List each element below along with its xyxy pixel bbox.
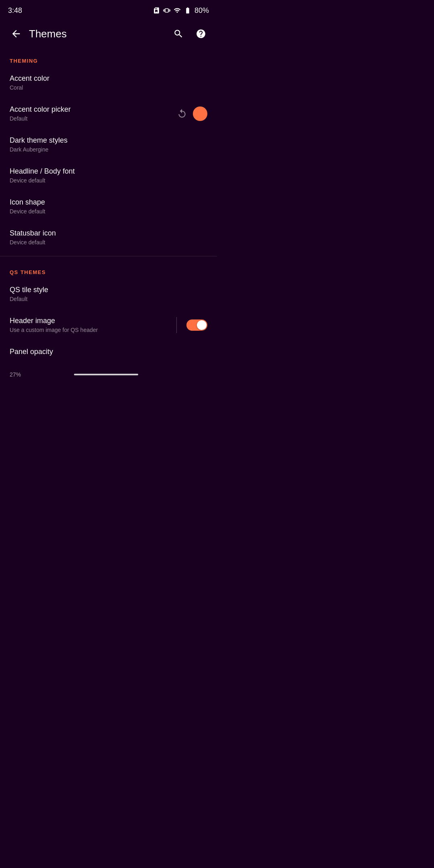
header-image-subtitle: Use a custom image for QS header [10, 327, 176, 333]
bottom-bar: 27% [0, 368, 217, 384]
accent-color-swatch[interactable] [193, 106, 207, 121]
dark-theme-styles-subtitle: Dark Aubergine [10, 146, 207, 153]
status-bar: 3:48 80% [0, 0, 217, 19]
statusbar-icon-subtitle: Device default [10, 239, 207, 246]
dark-theme-styles-text: Dark theme styles Dark Aubergine [10, 136, 207, 153]
accent-color-picker-subtitle: Default [10, 115, 176, 122]
icon-shape-subtitle: Device default [10, 208, 207, 215]
headline-body-font-text: Headline / Body font Device default [10, 167, 207, 184]
icon-shape-item[interactable]: Icon shape Device default [0, 191, 217, 222]
panel-opacity-text: Panel opacity [10, 348, 207, 358]
qs-themes-section-header: QS THEMES [0, 260, 217, 278]
qs-tile-style-item[interactable]: QS tile style Default [0, 278, 217, 309]
status-icons: 80% [153, 6, 209, 15]
sim-icon [153, 7, 160, 14]
vibrate-icon [163, 7, 170, 14]
statusbar-icon-title: Statusbar icon [10, 229, 207, 237]
wifi-icon [174, 7, 181, 14]
dark-theme-styles-title: Dark theme styles [10, 136, 207, 145]
panel-opacity-item[interactable]: Panel opacity [0, 340, 217, 365]
header-image-toggle[interactable] [186, 319, 207, 331]
headline-body-font-title: Headline / Body font [10, 167, 207, 176]
header-image-title: Header image [10, 317, 176, 325]
headline-body-font-subtitle: Device default [10, 177, 207, 184]
header-image-controls [176, 317, 207, 333]
header-image-text: Header image Use a custom image for QS h… [10, 317, 176, 333]
app-bar: Themes [0, 19, 217, 48]
app-bar-actions [169, 24, 211, 43]
accent-color-text: Accent color Coral [10, 74, 207, 91]
header-image-item[interactable]: Header image Use a custom image for QS h… [0, 309, 217, 340]
accent-color-picker-controls [176, 106, 207, 121]
headline-body-font-item[interactable]: Headline / Body font Device default [0, 160, 217, 191]
statusbar-icon-text: Statusbar icon Device default [10, 229, 207, 246]
status-time: 3:48 [8, 6, 22, 15]
section-divider [0, 256, 217, 256]
icon-shape-text: Icon shape Device default [10, 198, 207, 215]
bottom-percent: 27% [10, 371, 21, 378]
search-button[interactable] [169, 24, 188, 43]
accent-color-title: Accent color [10, 74, 207, 83]
reset-icon[interactable] [176, 108, 188, 120]
accent-color-subtitle: Coral [10, 84, 207, 91]
icon-shape-title: Icon shape [10, 198, 207, 207]
battery-icon [184, 7, 191, 14]
back-button[interactable] [6, 24, 26, 43]
page-title: Themes [29, 28, 169, 40]
help-button[interactable] [191, 24, 211, 43]
bottom-indicator [74, 374, 138, 375]
accent-color-picker-title: Accent color picker [10, 105, 176, 114]
accent-color-picker-item[interactable]: Accent color picker Default [0, 98, 217, 129]
theming-section-header: THEMING [0, 48, 217, 67]
statusbar-icon-item[interactable]: Statusbar icon Device default [0, 222, 217, 253]
toggle-divider [176, 317, 177, 333]
qs-tile-style-subtitle: Default [10, 296, 207, 302]
qs-tile-style-text: QS tile style Default [10, 286, 207, 302]
battery-percent: 80% [194, 6, 209, 15]
accent-color-picker-text: Accent color picker Default [10, 105, 176, 122]
dark-theme-styles-item[interactable]: Dark theme styles Dark Aubergine [0, 129, 217, 160]
panel-opacity-title: Panel opacity [10, 348, 207, 356]
qs-tile-style-title: QS tile style [10, 286, 207, 294]
accent-color-item[interactable]: Accent color Coral [0, 67, 217, 98]
